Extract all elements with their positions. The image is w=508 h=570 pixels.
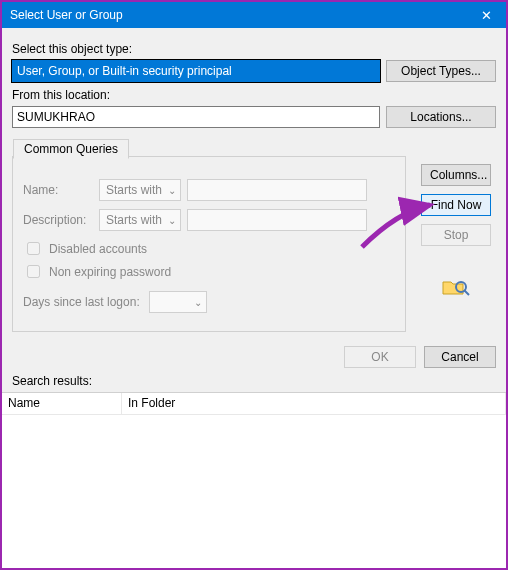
- days-label: Days since last logon:: [23, 295, 143, 309]
- window-title: Select User or Group: [10, 8, 123, 22]
- column-name[interactable]: Name: [2, 393, 122, 414]
- stop-button[interactable]: Stop: [421, 224, 491, 246]
- disabled-accounts-label: Disabled accounts: [49, 242, 147, 256]
- object-type-label: Select this object type:: [12, 42, 496, 56]
- chevron-down-icon: ⌄: [168, 185, 176, 196]
- name-mode-value: Starts with: [106, 183, 162, 197]
- find-now-button[interactable]: Find Now: [421, 194, 491, 216]
- chevron-down-icon: ⌄: [168, 215, 176, 226]
- non-expiring-checkbox[interactable]: [27, 265, 40, 278]
- disabled-accounts-checkbox[interactable]: [27, 242, 40, 255]
- name-mode-combo[interactable]: Starts with ⌄: [99, 179, 181, 201]
- titlebar: Select User or Group ✕: [2, 2, 506, 28]
- location-input[interactable]: [12, 106, 380, 128]
- close-button[interactable]: ✕: [466, 2, 506, 28]
- description-mode-combo[interactable]: Starts with ⌄: [99, 209, 181, 231]
- description-input[interactable]: [187, 209, 367, 231]
- search-results-label: Search results:: [2, 374, 506, 392]
- results-list[interactable]: Name In Folder: [2, 392, 506, 570]
- object-types-button[interactable]: Object Types...: [386, 60, 496, 82]
- object-type-input[interactable]: [12, 60, 380, 82]
- location-label: From this location:: [12, 88, 496, 102]
- description-label: Description:: [23, 213, 93, 227]
- ok-button[interactable]: OK: [344, 346, 416, 368]
- svg-line-1: [464, 290, 469, 295]
- column-in-folder[interactable]: In Folder: [122, 393, 506, 414]
- description-mode-value: Starts with: [106, 213, 162, 227]
- non-expiring-label: Non expiring password: [49, 265, 171, 279]
- common-queries-group: Common Queries Name: Starts with ⌄ Descr…: [12, 156, 406, 332]
- cancel-button[interactable]: Cancel: [424, 346, 496, 368]
- tab-common-queries[interactable]: Common Queries: [13, 139, 129, 159]
- chevron-down-icon: ⌄: [194, 297, 202, 308]
- locations-button[interactable]: Locations...: [386, 106, 496, 128]
- search-folder-icon: [441, 274, 471, 298]
- name-label: Name:: [23, 183, 93, 197]
- results-header: Name In Folder: [2, 393, 506, 415]
- name-input[interactable]: [187, 179, 367, 201]
- columns-button[interactable]: Columns...: [421, 164, 491, 186]
- days-combo[interactable]: ⌄: [149, 291, 207, 313]
- close-icon: ✕: [481, 8, 492, 23]
